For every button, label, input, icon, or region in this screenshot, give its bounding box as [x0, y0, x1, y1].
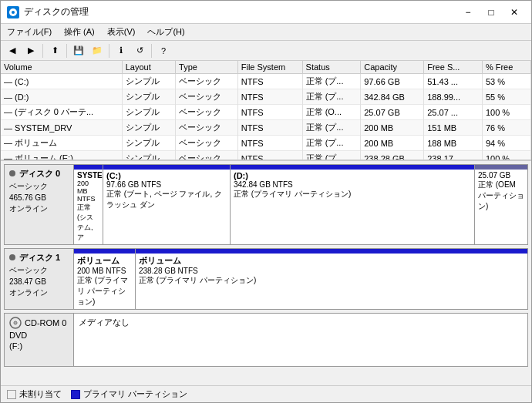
partition-size: 200 MB NTFS [77, 180, 99, 203]
table-body: — (C:) シンプル ベーシック NTFS 正常 (プ... 97.66 GB… [1, 74, 531, 162]
cdrom-drive: (F:) [9, 341, 69, 351]
table-row[interactable]: — (C:) シンプル ベーシック NTFS 正常 (プ... 97.66 GB… [1, 74, 531, 89]
disk0-partitions: SYSTEM_DRV 200 MB NTFS 正常 (システム, ア (C:) … [74, 165, 527, 244]
col-free[interactable]: Free S... [424, 61, 483, 74]
partition-name: ボリューム [139, 255, 524, 267]
partition-status: 正常 (プライマリ パーティション) [139, 275, 524, 286]
toolbar-disk[interactable]: 💾 [70, 42, 87, 59]
partition-size: 25.07 GB [478, 171, 524, 180]
menu-file[interactable]: ファイル(F) [1, 24, 58, 41]
unallocated-swatch [7, 390, 16, 399]
table-row[interactable]: — ボリューム シンプル ベーシック NTFS 正常 (プ... 200 MB … [1, 136, 531, 151]
title-bar: ディスクの管理 − □ ✕ [1, 1, 531, 24]
partition-size: 238.28 GB NTFS [139, 267, 524, 275]
svg-point-4 [15, 322, 16, 324]
toolbar-help[interactable]: ? [155, 42, 172, 59]
cdrom-panel: CD-ROM 0 DVD (F:) メディアなし [4, 313, 528, 367]
disk0-name: ディスク 0 [9, 168, 69, 180]
col-pct[interactable]: % Free [482, 61, 530, 74]
disk0-partition-c[interactable]: (C:) 97.66 GB NTFS 正常 (ブート, ページ ファイル, クラ… [103, 165, 231, 244]
cdrom-content: メディアなし [74, 314, 527, 366]
top-section: Volume Layout Type File System Status Ca… [1, 61, 531, 161]
table-header: Volume Layout Type File System Status Ca… [1, 61, 531, 74]
disk1-partition-vol1[interactable]: ボリューム 200 MB NTFS 正常 (プライマリ パーティション) [74, 249, 136, 309]
disk1-type: ベーシック [9, 265, 69, 276]
partition-size: 200 MB NTFS [77, 267, 132, 275]
legend-unallocated: 未割り当て [7, 388, 62, 400]
cdrom-icon [9, 317, 22, 329]
disk1-name: ディスク 1 [9, 252, 69, 264]
partition-name: SYSTEM_DRV [77, 171, 99, 180]
toolbar-separator-1 [42, 44, 43, 58]
partition-status: 正常 (システム, ア [77, 203, 99, 243]
partition-size: 97.66 GB NTFS [106, 180, 227, 189]
disk0-partition-oem[interactable]: 25.07 GB 正常 (OEM パーティション) [475, 165, 527, 244]
menu-bar: ファイル(F) 操作 (A) 表示(V) ヘルプ(H) [1, 24, 531, 41]
disk1-info: ディスク 1 ベーシック 238.47 GB オンライン [5, 249, 74, 309]
toolbar-folder[interactable]: 📁 [89, 42, 106, 59]
disk0-partition-d[interactable]: (D:) 342.84 GB NTFS 正常 (プライマリ パーティション) [231, 165, 475, 244]
menu-help[interactable]: ヘルプ(H) [141, 24, 190, 41]
toolbar-up[interactable]: ⬆ [46, 42, 63, 59]
table-row[interactable]: — (D:) シンプル ベーシック NTFS 正常 (プ... 342.84 G… [1, 89, 531, 105]
status-bar: 未割り当て プライマリ パーティション [1, 385, 531, 402]
disk0-partition-system[interactable]: SYSTEM_DRV 200 MB NTFS 正常 (システム, ア [74, 165, 103, 244]
cdrom-name: CD-ROM 0 [25, 318, 66, 327]
disk1-partition-vol2[interactable]: ボリューム 238.28 GB NTFS 正常 (プライマリ パーティション) [136, 249, 527, 309]
disk0-type: ベーシック [9, 181, 69, 192]
toolbar-forward[interactable]: ▶ [22, 42, 39, 59]
partition-name: (C:) [106, 171, 227, 180]
cdrom-icon-row: CD-ROM 0 [9, 317, 69, 329]
partition-status: 正常 (プライマリ パーティション) [234, 189, 471, 200]
disk0-size: 465.76 GB [9, 193, 69, 202]
app-icon [7, 6, 19, 18]
toolbar-separator-4 [151, 44, 152, 58]
volume-table: Volume Layout Type File System Status Ca… [1, 61, 531, 161]
toolbar-back[interactable]: ◀ [4, 42, 21, 59]
col-volume[interactable]: Volume [1, 61, 122, 74]
primary-label: プライマリ パーティション [83, 388, 187, 400]
main-window: ディスクの管理 − □ ✕ ファイル(F) 操作 (A) 表示(V) ヘルプ(H… [0, 0, 532, 403]
cdrom-status: メディアなし [79, 317, 130, 327]
menu-view[interactable]: 表示(V) [101, 24, 142, 41]
cdrom-type: DVD [9, 331, 69, 340]
close-button[interactable]: ✕ [503, 4, 525, 21]
toolbar-separator-2 [66, 44, 67, 58]
table-row[interactable]: — ボリューム (E:) シンプル ベーシック NTFS 正常 (プ... 23… [1, 151, 531, 162]
disk0-status: オンライン [9, 203, 69, 214]
disk-view: ディスク 0 ベーシック 465.76 GB オンライン SYSTEM_DRV … [1, 161, 531, 385]
maximize-button[interactable]: □ [480, 4, 502, 21]
col-layout[interactable]: Layout [122, 61, 175, 74]
col-capacity[interactable]: Capacity [361, 61, 424, 74]
partition-status: 正常 (プライマリ パーティション) [77, 275, 132, 307]
table-row[interactable]: — SYSTEM_DRV シンプル ベーシック NTFS 正常 (プ... 20… [1, 120, 531, 136]
table-row[interactable]: — (ディスク 0 パーテ... シンプル ベーシック NTFS 正常 (O..… [1, 105, 531, 120]
toolbar-properties[interactable]: ℹ [113, 42, 130, 59]
toolbar-refresh[interactable]: ↺ [131, 42, 148, 59]
disk0-info: ディスク 0 ベーシック 465.76 GB オンライン [5, 165, 74, 244]
col-fs[interactable]: File System [237, 61, 302, 74]
disk1-partitions: ボリューム 200 MB NTFS 正常 (プライマリ パーティション) ボリュ… [74, 249, 527, 309]
svg-point-1 [12, 11, 15, 14]
disk1-size: 238.47 GB [9, 277, 69, 286]
title-buttons: − □ ✕ [457, 4, 525, 21]
partition-status: 正常 (ブート, ページ ファイル, クラッシュ ダン [106, 189, 227, 210]
partition-name: (D:) [234, 171, 471, 180]
window-title: ディスクの管理 [24, 5, 89, 18]
unallocated-label: 未割り当て [19, 388, 62, 400]
menu-action[interactable]: 操作 (A) [58, 24, 101, 41]
partition-size: 342.84 GB NTFS [234, 180, 471, 189]
disk1-panel: ディスク 1 ベーシック 238.47 GB オンライン ボリューム 200 M… [4, 248, 528, 310]
col-status[interactable]: Status [302, 61, 361, 74]
title-bar-left: ディスクの管理 [7, 5, 89, 18]
disk0-panel: ディスク 0 ベーシック 465.76 GB オンライン SYSTEM_DRV … [4, 164, 528, 245]
col-type[interactable]: Type [176, 61, 238, 74]
main-content: Volume Layout Type File System Status Ca… [1, 61, 531, 385]
toolbar: ◀ ▶ ⬆ 💾 📁 ℹ ↺ ? [1, 41, 531, 61]
minimize-button[interactable]: − [457, 4, 479, 21]
partition-name: ボリューム [77, 255, 132, 267]
partition-status: 正常 (OEM パーティション) [478, 180, 524, 212]
toolbar-separator-3 [109, 44, 109, 58]
disk1-status: オンライン [9, 287, 69, 298]
cdrom-info: CD-ROM 0 DVD (F:) [5, 314, 74, 366]
